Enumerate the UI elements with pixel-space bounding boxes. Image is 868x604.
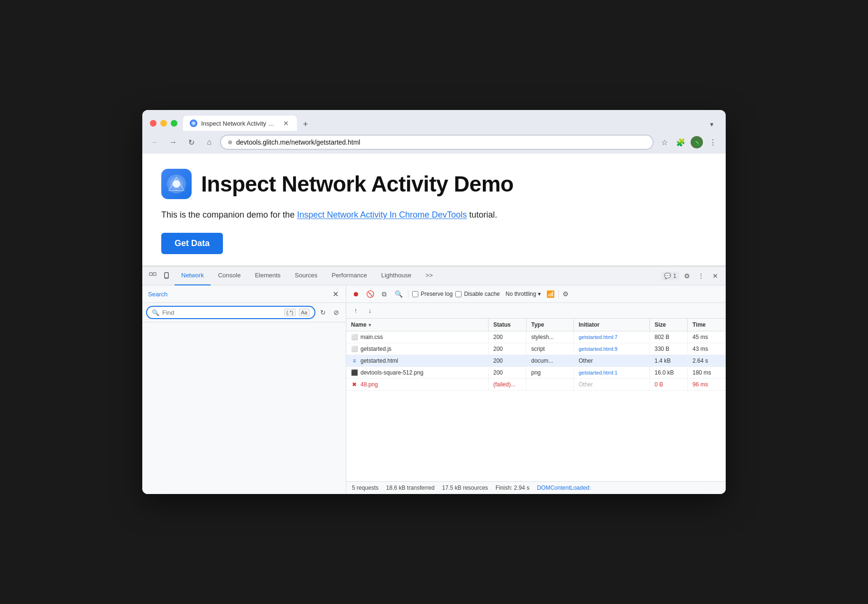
td-type: script: [526, 343, 574, 355]
regex-button[interactable]: (.*): [284, 309, 296, 316]
page-title: Inspect Network Activity Demo: [201, 171, 514, 197]
clear-search-button[interactable]: ⊘: [331, 307, 342, 318]
svg-rect-5: [149, 273, 152, 275]
title-bar: Inspect Network Activity Dem ✕ + ▾: [142, 110, 726, 131]
td-size: 16.0 kB: [650, 367, 688, 378]
search-input-container[interactable]: 🔍 (.*) Aa: [146, 306, 315, 319]
network-table-header: Name ▾ Status Type Initiator Size Time: [346, 319, 726, 331]
tab-sources[interactable]: Sources: [288, 266, 324, 285]
col-name[interactable]: Name ▾: [346, 319, 489, 331]
new-tab-button[interactable]: +: [299, 118, 312, 131]
reload-button[interactable]: ↻: [184, 135, 198, 149]
table-row[interactable]: ⬜ getstarted.js 200 script getstarted.ht…: [346, 343, 726, 355]
more-options-button[interactable]: ⋮: [694, 269, 708, 283]
throttling-select[interactable]: No throttling ▾: [503, 290, 544, 298]
table-row[interactable]: ⬛ devtools-square-512.png 200 png getsta…: [346, 367, 726, 379]
td-name: ≡ getstarted.html: [346, 355, 489, 366]
case-sensitive-button[interactable]: Aa: [299, 309, 310, 316]
table-row[interactable]: ≡ getstarted.html 200 docum... Other 1.4…: [346, 355, 726, 367]
td-initiator: Other: [574, 379, 650, 390]
tab-elements[interactable]: Elements: [248, 266, 287, 285]
device-icon-btn[interactable]: [160, 269, 174, 283]
inspector-icon-btn[interactable]: [146, 269, 159, 283]
tab-favicon: [190, 119, 197, 127]
message-badge[interactable]: 💬 1: [661, 272, 679, 280]
search-network-button[interactable]: 🔍: [393, 288, 404, 300]
profile-button[interactable]: 🦎: [690, 135, 704, 149]
search-label: Search: [148, 291, 331, 298]
tab-overflow-button[interactable]: ▾: [705, 118, 718, 131]
table-row[interactable]: ✖ 48.png (failed)... Other 0 B 96 ms: [346, 379, 726, 391]
td-size: 330 B: [650, 343, 688, 355]
export-toolbar: ↑ ↓: [346, 303, 726, 319]
tabs-row: Inspect Network Activity Dem ✕ + ▾: [183, 116, 718, 131]
divider-1: [408, 290, 408, 298]
disable-cache-label[interactable]: Disable cache: [455, 291, 499, 297]
tab-console[interactable]: Console: [212, 266, 248, 285]
address-bar[interactable]: ⊕ devtools.glitch.me/network/getstarted.…: [220, 135, 654, 150]
css-file-icon: ⬜: [351, 334, 358, 340]
refresh-search-button[interactable]: ↻: [317, 307, 329, 318]
bookmark-button[interactable]: ☆: [657, 135, 672, 149]
td-time: 43 ms: [688, 343, 726, 355]
export-har-button[interactable]: ↓: [364, 305, 376, 316]
home-button[interactable]: ⌂: [202, 135, 216, 149]
search-close-button[interactable]: ✕: [331, 289, 340, 299]
back-button[interactable]: ←: [148, 135, 162, 149]
col-initiator[interactable]: Initiator: [574, 319, 650, 331]
td-initiator: getstarted.html:9: [574, 343, 650, 355]
network-main: ⏺ 🚫 ⧉ 🔍 Preserve log Disable cache: [346, 285, 726, 494]
close-button[interactable]: [150, 120, 157, 127]
initiator-link[interactable]: getstarted.html:9: [579, 346, 618, 352]
get-data-button[interactable]: Get Data: [161, 233, 223, 254]
network-settings-icon[interactable]: ⚙: [563, 290, 569, 298]
page-link[interactable]: Inspect Network Activity In Chrome DevTo…: [297, 210, 467, 220]
initiator-link[interactable]: getstarted.html:1: [579, 370, 618, 375]
td-status: 200: [489, 331, 526, 343]
td-type: docum...: [526, 355, 574, 366]
stop-recording-button[interactable]: ⏺: [350, 288, 361, 300]
minimize-button[interactable]: [160, 120, 167, 127]
tab-lighthouse[interactable]: Lighthouse: [375, 266, 418, 285]
dom-content-loaded[interactable]: DOMContentLoaded:: [537, 485, 591, 491]
page-heading: Inspect Network Activity Demo: [161, 169, 707, 199]
page-content: Inspect Network Activity Demo This is th…: [142, 154, 726, 266]
search-input[interactable]: [162, 309, 281, 316]
col-size[interactable]: Size: [650, 319, 688, 331]
navigation-bar: ← → ↻ ⌂ ⊕ devtools.glitch.me/network/get…: [142, 131, 726, 154]
tab-more[interactable]: >>: [419, 266, 439, 285]
td-status: (failed)...: [489, 379, 526, 390]
disable-cache-checkbox[interactable]: [455, 291, 462, 297]
search-icon: 🔍: [152, 309, 159, 316]
active-tab[interactable]: Inspect Network Activity Dem ✕: [183, 116, 297, 131]
col-time[interactable]: Time: [688, 319, 726, 331]
wifi-icon: 📶: [546, 290, 554, 298]
menu-button[interactable]: ⋮: [706, 135, 720, 149]
html-file-icon: ≡: [351, 357, 358, 364]
filter-button[interactable]: ⧉: [379, 288, 390, 300]
col-type[interactable]: Type: [526, 319, 574, 331]
preserve-log-checkbox[interactable]: [412, 291, 418, 297]
tab-close-button[interactable]: ✕: [282, 119, 290, 127]
close-devtools-button[interactable]: ✕: [709, 269, 722, 283]
svg-rect-6: [153, 273, 156, 275]
maximize-button[interactable]: [171, 120, 177, 127]
svg-point-1: [192, 122, 195, 125]
initiator-link[interactable]: getstarted.html:7: [579, 334, 618, 340]
message-count: 1: [673, 273, 676, 279]
network-table: Name ▾ Status Type Initiator Size Time: [346, 319, 726, 481]
extension-button[interactable]: 🧩: [674, 135, 688, 149]
clear-log-button[interactable]: 🚫: [364, 288, 376, 300]
table-row[interactable]: ⬜ main.css 200 stylesh... getstarted.htm…: [346, 331, 726, 343]
td-name: ⬜ getstarted.js: [346, 343, 489, 355]
preserve-log-label[interactable]: Preserve log: [412, 291, 452, 297]
tab-network[interactable]: Network: [175, 266, 211, 285]
import-har-button[interactable]: ↑: [350, 305, 361, 316]
tab-performance[interactable]: Performance: [325, 266, 373, 285]
col-status[interactable]: Status: [489, 319, 526, 331]
sort-icon: ▾: [369, 322, 371, 328]
forward-button[interactable]: →: [166, 135, 180, 149]
settings-button[interactable]: ⚙: [680, 269, 693, 283]
network-filter-toolbar: ⏺ 🚫 ⧉ 🔍 Preserve log Disable cache: [346, 285, 726, 303]
td-time: 180 ms: [688, 367, 726, 378]
